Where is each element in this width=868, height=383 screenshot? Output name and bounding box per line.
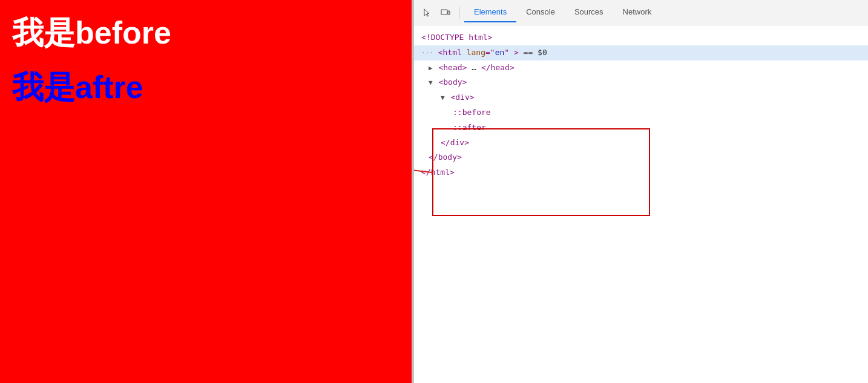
tab-elements[interactable]: Elements (464, 2, 516, 22)
dom-before-line[interactable]: ::before (414, 105, 868, 120)
dom-doctype-line: <!DOCTYPE html> (414, 30, 868, 45)
dom-html-close-line[interactable]: </html> (414, 165, 868, 180)
dom-body-line[interactable]: ▼ <body> (414, 75, 868, 90)
svg-rect-0 (441, 10, 447, 15)
device-icon-button[interactable] (437, 4, 454, 21)
dom-div-open-line[interactable]: ▼ <div> (414, 90, 868, 105)
after-text: 我是aftre (0, 61, 412, 115)
tab-sources[interactable]: Sources (565, 2, 613, 22)
cursor-icon-button[interactable] (419, 4, 436, 21)
devtools-tabs: Elements Console Sources Network (464, 2, 661, 22)
devtools-panel: Elements Console Sources Network <!DOCTY… (414, 0, 868, 383)
dom-div-close-line[interactable]: </div> (414, 136, 868, 151)
dom-tree[interactable]: <!DOCTYPE html> ··· <html lang="en" > ==… (414, 25, 868, 383)
before-text: 我是before (0, 0, 412, 61)
svg-rect-1 (448, 11, 450, 15)
dom-html-line[interactable]: ··· <html lang="en" > == $0 (414, 45, 868, 61)
devtools-toolbar: Elements Console Sources Network (414, 0, 868, 25)
tab-network[interactable]: Network (613, 2, 662, 22)
tab-console[interactable]: Console (516, 2, 565, 22)
dom-body-close-line[interactable]: </body> (414, 150, 868, 165)
toolbar-separator (459, 7, 459, 19)
dom-after-line[interactable]: ::after (414, 120, 868, 136)
dom-head-line[interactable]: ▶ <head> … </head> (414, 61, 868, 76)
webpage-preview: 我是before 我是aftre (0, 0, 412, 383)
